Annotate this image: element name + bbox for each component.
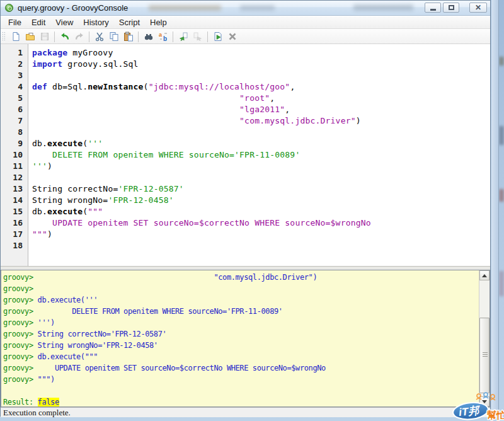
replace-button[interactable]: ab xyxy=(156,30,170,43)
line-number: 1 xyxy=(1,47,28,59)
toolbar-separator xyxy=(54,32,55,42)
line-number: 8 xyxy=(1,127,28,138)
line-number: 9 xyxy=(1,138,28,149)
output-line: groovy> DELETE FROM openitem WHERE sourc… xyxy=(3,306,479,317)
run-script-button[interactable] xyxy=(210,30,225,43)
output-line: groovy> UPDATE openitem SET sourceNo=$co… xyxy=(3,362,479,374)
code-line: "root", xyxy=(32,93,490,104)
save-file-button xyxy=(37,30,52,43)
badge-icon: iT邦 xyxy=(452,401,489,421)
history-previous-icon xyxy=(178,32,188,42)
toolbar-separator xyxy=(89,32,89,42)
maximize-icon xyxy=(449,5,454,10)
output-pane[interactable]: groovy> "com.mysql.jdbc.Driver")groovy> … xyxy=(1,270,490,407)
menu-item-history[interactable]: History xyxy=(78,16,113,28)
toolbar-separator xyxy=(138,32,139,42)
save-file-icon xyxy=(40,32,50,42)
line-number: 10 xyxy=(1,149,28,161)
line-number: 5 xyxy=(1,93,28,104)
code-line: String wrongNo='FPR-12-0458' xyxy=(32,195,490,206)
find-button[interactable] xyxy=(141,30,156,43)
line-number: 15 xyxy=(1,206,28,217)
menu-item-script[interactable]: Script xyxy=(114,16,145,28)
svg-text:b: b xyxy=(163,35,167,42)
titlebar[interactable]: query.groovy - GroovyConsole ✕ xyxy=(1,1,490,16)
new-file-icon xyxy=(11,32,21,42)
code-line: import groovy.sql.Sql xyxy=(32,59,490,70)
code-editor-pane[interactable]: 123456789101112131415161718 package myGr… xyxy=(1,44,490,266)
cut-button[interactable] xyxy=(92,30,106,43)
code-line: String correctNo='FPR-12-0587' xyxy=(32,183,490,195)
screen: { "window": { "title": "query.groovy - G… xyxy=(0,0,504,421)
line-number: 12 xyxy=(1,172,28,183)
output-line: groovy> xyxy=(3,283,479,294)
code-line: package myGroovy xyxy=(32,47,490,59)
watermark-badge-text: iT邦 xyxy=(458,404,481,418)
menu-item-view[interactable]: View xyxy=(50,16,78,28)
code-line: db.execute(''' xyxy=(32,138,490,149)
line-number: 11 xyxy=(1,161,28,172)
history-previous-button[interactable] xyxy=(176,30,190,43)
statusbar: Execution complete. xyxy=(1,407,490,417)
output-text[interactable]: groovy> "com.mysql.jdbc.Driver")groovy> … xyxy=(1,270,479,407)
new-file-button[interactable] xyxy=(8,30,23,43)
status-message: Execution complete. xyxy=(3,408,71,417)
run-script-icon xyxy=(213,32,223,42)
toolbar-separator xyxy=(207,32,208,42)
output-line: groovy> String wrongNo='FPR-12-0458' xyxy=(3,340,479,351)
titlebar-glass-artifact xyxy=(353,4,413,11)
output-line: groovy> db.execute(""" xyxy=(3,351,479,362)
line-number: 16 xyxy=(1,217,28,229)
code-area[interactable]: package myGroovyimport groovy.sql.Sql de… xyxy=(28,44,490,266)
scroll-up-button[interactable] xyxy=(479,270,490,280)
menu-item-edit[interactable]: Edit xyxy=(26,16,50,28)
undo-icon xyxy=(60,32,70,42)
line-number: 6 xyxy=(1,104,28,115)
open-file-icon xyxy=(25,32,35,42)
toolbar-drag-handle[interactable] xyxy=(2,32,6,42)
code-line: db.execute(""" xyxy=(32,206,490,217)
line-number-gutter: 123456789101112131415161718 xyxy=(1,44,28,266)
maximize-button[interactable] xyxy=(443,3,459,13)
line-number: 2 xyxy=(1,59,28,70)
clear-output-button[interactable] xyxy=(225,30,239,43)
code-line: DELETE FROM openitem WHERE sourceNo='FPR… xyxy=(32,149,490,161)
close-icon: ✕ xyxy=(475,4,481,11)
output-line: groovy> ''') xyxy=(3,317,479,328)
close-button[interactable]: ✕ xyxy=(469,3,487,13)
menu-item-help[interactable]: Help xyxy=(145,16,172,28)
line-number: 13 xyxy=(1,183,28,195)
code-line xyxy=(32,70,490,81)
output-line: groovy> db.execute(''' xyxy=(3,294,479,306)
groovy-app-icon xyxy=(5,4,13,12)
output-line: Result: false xyxy=(3,396,479,407)
thumb-grip-icon xyxy=(483,352,488,357)
history-next-button xyxy=(190,30,205,43)
code-line xyxy=(32,240,490,251)
output-line: groovy> "com.mysql.jdbc.Driver") xyxy=(3,272,479,283)
titlebar-glass-artifact xyxy=(149,5,221,11)
copy-icon xyxy=(109,32,119,42)
site-watermark-logo: iT邦 幫忙 xyxy=(452,392,504,421)
minimize-icon xyxy=(430,9,436,11)
open-file-button[interactable] xyxy=(23,30,37,43)
window-title: query.groovy - GroovyConsole xyxy=(18,3,128,13)
code-line xyxy=(32,127,490,138)
menu-item-file[interactable]: File xyxy=(3,16,26,28)
copy-button[interactable] xyxy=(106,30,121,43)
undo-button[interactable] xyxy=(57,30,72,43)
window-controls: ✕ xyxy=(423,3,487,13)
output-scrollbar[interactable] xyxy=(479,270,490,407)
find-icon xyxy=(144,32,154,42)
redo-button xyxy=(72,30,86,43)
clear-output-icon xyxy=(227,32,238,42)
paste-button[interactable] xyxy=(121,30,135,43)
scrollbar-thumb[interactable] xyxy=(479,318,490,393)
svg-text:a: a xyxy=(159,32,163,38)
toolbar-separator xyxy=(173,32,173,42)
redo-icon xyxy=(74,32,84,42)
line-number: 7 xyxy=(1,115,28,127)
code-line: "com.mysql.jdbc.Driver") xyxy=(32,115,490,127)
minimize-button[interactable] xyxy=(425,3,441,13)
arrow-up-icon xyxy=(482,274,487,277)
